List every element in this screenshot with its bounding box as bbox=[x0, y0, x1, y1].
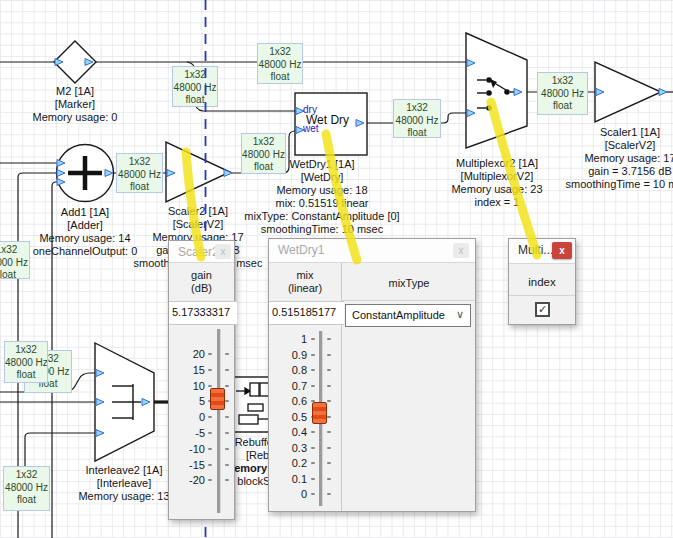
tick-label: -10 bbox=[163, 442, 205, 456]
signal-format-line: float bbox=[173, 94, 217, 107]
tick-mark bbox=[225, 416, 229, 418]
tick-mark bbox=[311, 462, 315, 464]
signal-format-line: 48000 Hz bbox=[538, 88, 587, 101]
panel-scaler2-close-button[interactable]: x bbox=[215, 244, 231, 259]
signal-format-label: 1x3248000 Hzfloat bbox=[537, 72, 588, 115]
tick-mark bbox=[311, 369, 315, 371]
panel-scaler2[interactable]: Scaler2 x gain(dB) 5.17333317 20151050-5… bbox=[168, 240, 235, 520]
tick-mark bbox=[225, 448, 229, 450]
panel-multi-titlebar[interactable]: Multi... x bbox=[509, 239, 575, 264]
tick-mark bbox=[327, 385, 331, 387]
signal-format-label: 1x3248000 Hzfloat bbox=[4, 341, 48, 383]
panel-multi-title: Multi... bbox=[518, 243, 553, 257]
port-arrow-icon bbox=[105, 170, 113, 177]
tick-label: 0.9 bbox=[265, 348, 307, 362]
signal-format-label: 1x3248000 Hzfloat bbox=[393, 99, 441, 138]
tick-mark bbox=[208, 464, 212, 466]
panel-wetdry1-titlebar[interactable]: WetDry1 x bbox=[269, 239, 475, 263]
port-arrow-icon bbox=[57, 170, 65, 177]
signal-format-line: 48000 Hz bbox=[5, 357, 47, 370]
panel-scaler2-titlebar[interactable]: Scaler2 x bbox=[169, 241, 234, 263]
gain-slider-handle[interactable] bbox=[210, 388, 225, 410]
tick-label: 0 bbox=[265, 487, 307, 501]
signal-format-label: 1x3248000 Hzfloat bbox=[241, 133, 286, 174]
chevron-down-icon: ∨ bbox=[456, 308, 464, 321]
signal-format-line: 1x32 bbox=[242, 136, 285, 149]
tick-mark bbox=[327, 416, 331, 418]
tick-label: 0 bbox=[163, 410, 205, 424]
port-arrow-icon bbox=[467, 110, 475, 117]
tick-label: 0.5 bbox=[265, 410, 307, 424]
panel-multiplexor2[interactable]: Multi... x index ✓ bbox=[508, 238, 576, 325]
tick-mark bbox=[311, 478, 315, 480]
block-label-line: Memory usage: 18 bbox=[222, 184, 422, 197]
block-label-line: [ScalerV2] bbox=[549, 139, 673, 152]
tick-mark bbox=[327, 431, 331, 433]
adder-block-add1[interactable] bbox=[57, 145, 114, 202]
tick-mark bbox=[225, 464, 229, 466]
gain-param-label: gain(dB) bbox=[169, 269, 234, 295]
gain-value-field[interactable]: 5.17333317 bbox=[169, 301, 237, 325]
signal-format-line: float bbox=[117, 181, 162, 193]
interleave-block[interactable] bbox=[95, 343, 154, 461]
tick-label: -5 bbox=[163, 426, 205, 440]
index-checkbox[interactable]: ✓ bbox=[535, 302, 550, 317]
tick-mark bbox=[225, 385, 229, 387]
switch-icon bbox=[477, 77, 516, 111]
port-arrow-icon bbox=[85, 59, 93, 66]
signal-format-line: 48000 Hz bbox=[117, 169, 162, 182]
signal-format-line: float bbox=[258, 71, 302, 84]
signal-format-line: 1x32 bbox=[117, 156, 162, 169]
tick-label: 0.3 bbox=[265, 441, 307, 455]
signal-format-label: 1x3248000 Hzfloat bbox=[172, 66, 218, 107]
tick-mark bbox=[225, 432, 229, 434]
tick-label: 0.6 bbox=[265, 394, 307, 408]
tick-mark bbox=[311, 338, 315, 340]
tick-label: 20 bbox=[163, 347, 205, 361]
scaler-block-scaler2[interactable] bbox=[166, 142, 230, 202]
tick-mark bbox=[225, 400, 229, 402]
index-param-label: index bbox=[509, 276, 575, 289]
block-label-m2: M2 [1A][Marker]Memory usage: 0 bbox=[15, 85, 135, 124]
multiplexor-block[interactable] bbox=[466, 33, 527, 148]
marker-block-m2[interactable] bbox=[54, 41, 96, 83]
tick-mark bbox=[327, 462, 331, 464]
panel-wetdry1-close-button[interactable]: x bbox=[453, 243, 469, 258]
block-label-line: Memory usage: 17 bbox=[549, 152, 673, 165]
tick-label: 10 bbox=[163, 379, 205, 393]
signal-format-line: float bbox=[5, 369, 47, 382]
signal-format-line: 1x32 bbox=[258, 46, 302, 59]
mix-slider-handle[interactable] bbox=[312, 402, 327, 424]
tick-label: 1 bbox=[265, 332, 307, 346]
signal-format-line: 48000 Hz bbox=[173, 82, 217, 95]
scaler-block-scaler1[interactable] bbox=[595, 62, 661, 122]
block-label-line: mixType: ConstantAmplitude [0] bbox=[222, 210, 422, 223]
tick-mark bbox=[311, 431, 315, 433]
panel-wetdry1-title: WetDry1 bbox=[278, 243, 324, 257]
header-row-divider bbox=[342, 300, 475, 301]
tick-mark bbox=[225, 353, 229, 355]
signal-format-line: 48000 Hz bbox=[0, 257, 29, 270]
diagram-canvas: dry wet Wet Dry M2 [1A][Marker]Memory us… bbox=[0, 0, 673, 538]
signal-format-line: 48000 Hz bbox=[242, 149, 285, 162]
signal-format-label: 1x3248000 Hzfloat bbox=[0, 241, 30, 279]
signal-format-line: 1x32 bbox=[0, 244, 29, 257]
port-arrow-icon bbox=[356, 120, 364, 127]
port-arrow-icon bbox=[467, 60, 475, 67]
gain-slider-track[interactable] bbox=[217, 329, 221, 513]
mix-value-field[interactable]: 0.515185177 bbox=[269, 301, 344, 325]
panel-multi-close-button[interactable]: x bbox=[552, 242, 572, 259]
block-label-line: M2 [1A] bbox=[15, 85, 135, 98]
block-label-line: index = 1 bbox=[417, 196, 577, 209]
tick-label: 5 bbox=[163, 394, 205, 408]
block-label-line: gain = 3.7156 dB bbox=[549, 165, 673, 178]
signal-format-line: 1x32 bbox=[538, 75, 587, 88]
port-arrow-icon bbox=[96, 430, 104, 437]
tick-mark bbox=[311, 354, 315, 356]
tick-label: -15 bbox=[163, 458, 205, 472]
port-arrow-icon bbox=[142, 399, 150, 406]
signal-format-line: float bbox=[4, 494, 49, 507]
mixtype-dropdown[interactable]: ConstantAmplitude ∨ bbox=[345, 304, 471, 327]
mix-param-label: mix(linear) bbox=[269, 269, 341, 295]
panel-wetdry1[interactable]: WetDry1 x mix(linear) 0.515185177 mixTyp… bbox=[268, 238, 476, 512]
